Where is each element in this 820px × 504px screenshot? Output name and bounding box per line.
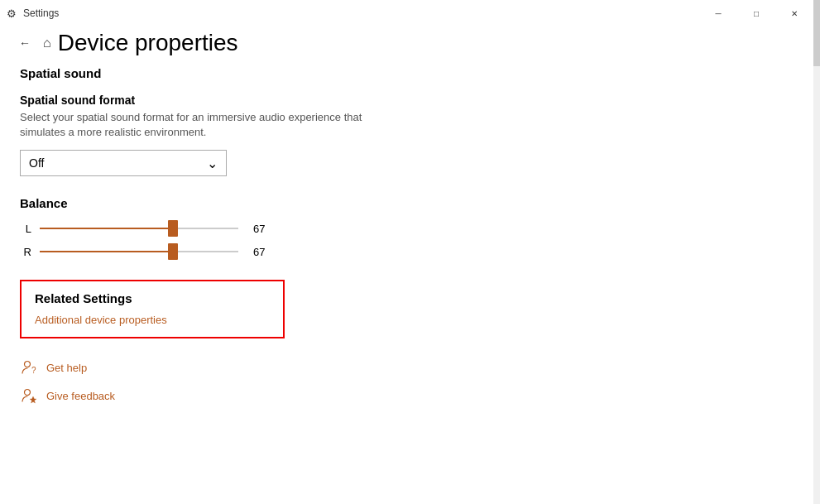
left-channel-label: L	[20, 223, 31, 235]
give-feedback-item[interactable]: Give feedback	[20, 386, 800, 405]
spatial-sound-dropdown[interactable]: Off ⌄	[20, 150, 227, 176]
left-slider-thumb[interactable]	[168, 220, 178, 237]
scrollbar[interactable]	[813, 0, 820, 504]
title-bar: ⚙ Settings ─ □ ✕	[0, 0, 820, 26]
title-bar-title: Settings	[23, 7, 59, 19]
spatial-sound-format-label: Spatial sound format	[20, 94, 800, 107]
back-button[interactable]: ←	[13, 31, 36, 55]
right-channel-label: R	[20, 246, 31, 258]
minimize-button[interactable]: ─	[699, 0, 737, 26]
additional-device-properties-link[interactable]: Additional device properties	[35, 314, 167, 326]
page-title: Device properties	[58, 30, 238, 56]
svg-point-2	[25, 390, 31, 396]
balance-heading: Balance	[20, 196, 800, 210]
right-slider-fill	[40, 251, 173, 252]
back-arrow-icon: ←	[19, 36, 31, 50]
close-button[interactable]: ✕	[775, 0, 813, 26]
svg-text:?: ?	[31, 366, 36, 375]
right-slider-container	[40, 243, 238, 260]
home-icon[interactable]: ⌂	[43, 36, 51, 50]
spatial-sound-format-description: Select your spatial sound format for an …	[20, 110, 400, 140]
left-slider-fill	[40, 228, 173, 229]
balance-section: Balance L 67 R 67	[20, 196, 800, 260]
right-slider-row: R 67	[20, 243, 800, 260]
left-slider-row: L 67	[20, 220, 800, 237]
get-help-label: Get help	[46, 362, 87, 374]
maximize-button[interactable]: □	[737, 0, 775, 26]
help-section: ? Get help Give feedback	[20, 358, 800, 405]
left-slider-container	[40, 220, 238, 237]
scrollbar-thumb[interactable]	[813, 0, 820, 66]
chevron-down-icon: ⌄	[207, 156, 218, 171]
related-settings-box: Related Settings Additional device prope…	[20, 280, 285, 338]
nav-bar: ← ⌂ Device properties	[0, 26, 820, 60]
give-feedback-icon	[20, 386, 38, 405]
settings-app-icon: ⚙	[7, 7, 17, 20]
main-content: Spatial sound Spatial sound format Selec…	[0, 60, 820, 425]
title-bar-controls: ─ □ ✕	[699, 0, 813, 26]
spatial-sound-heading: Spatial sound	[20, 66, 800, 80]
get-help-icon: ?	[20, 358, 38, 377]
related-settings-heading: Related Settings	[35, 291, 270, 305]
title-bar-left: ⚙ Settings	[7, 7, 59, 20]
right-slider-value: 67	[253, 246, 273, 258]
svg-point-0	[25, 362, 31, 367]
left-slider-value: 67	[253, 223, 273, 235]
get-help-item[interactable]: ? Get help	[20, 358, 800, 377]
give-feedback-label: Give feedback	[46, 390, 115, 402]
dropdown-value: Off	[29, 156, 44, 170]
right-slider-thumb[interactable]	[168, 243, 178, 260]
